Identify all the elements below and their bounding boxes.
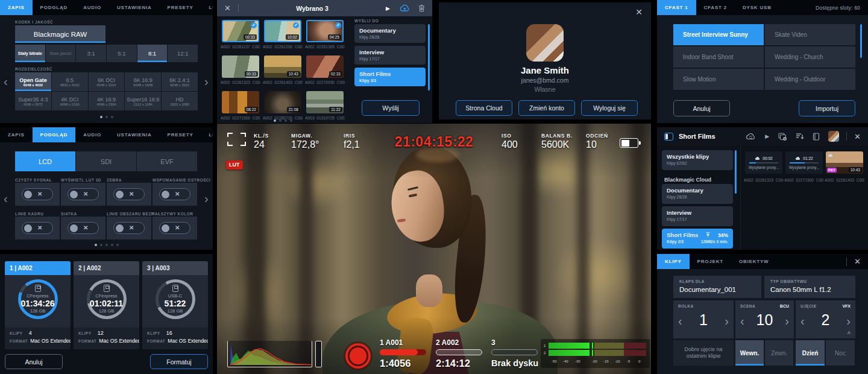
tab-presety[interactable]: PRESETY <box>160 0 201 15</box>
toggle-focus-assist[interactable]: ✕ <box>153 183 197 206</box>
dest-documentary[interactable]: Documentary Klipy 28/28 <box>354 24 426 43</box>
switch-account-button[interactable]: Zmień konto <box>518 100 575 116</box>
play-icon[interactable]: ▶ <box>765 133 769 139</box>
chevron-right-icon[interactable]: › <box>204 192 209 204</box>
tab-luty[interactable]: LUTY <box>201 0 213 15</box>
copy-clips-icon[interactable] <box>778 133 787 141</box>
toggle-zebra[interactable]: ✕ <box>107 183 151 206</box>
toggle-false-color[interactable]: ✕ <box>153 217 197 239</box>
fps-value[interactable]: 24 <box>254 139 265 150</box>
tab-podglad[interactable]: PODGLĄD <box>33 0 76 15</box>
cancel-button[interactable]: Anuluj <box>5 354 63 369</box>
clip-thumb[interactable]: 08:22 <box>222 91 259 113</box>
tab-ustawienia[interactable]: USTAWIENIA <box>109 127 160 142</box>
clip-thumb[interactable]: ✓00:33 <box>222 20 259 42</box>
journal-icon[interactable] <box>813 133 820 141</box>
preset-wedding-church[interactable]: Wedding - Church <box>765 46 855 68</box>
chevron-left-icon[interactable]: ‹ <box>4 192 8 204</box>
wb-value[interactable]: 5600K <box>541 139 569 150</box>
tab-podglad[interactable]: PODGLĄD <box>33 127 76 142</box>
tab-cfast1[interactable]: CFAST 1 <box>657 0 696 15</box>
slate-for-field[interactable]: KLAPS DLA Documentary_001 <box>673 276 761 298</box>
close-icon[interactable]: ✕ <box>224 4 231 12</box>
output-sdi[interactable]: SDI <box>76 151 136 171</box>
output-evf[interactable]: EVF <box>137 151 197 171</box>
res-open-gate[interactable]: Open Gate 6048 x 4032 <box>15 72 51 91</box>
dest-interview[interactable]: Interview Klipy 17/17 <box>354 46 426 65</box>
preset-slow-motion[interactable]: Slow Motion <box>673 69 764 90</box>
tab-ustawienia[interactable]: USTAWIENIA <box>109 0 160 15</box>
toggle-grid[interactable]: ✕ <box>61 217 105 239</box>
upload-thumb[interactable]: 01:22 Wysyłanie proxy... <box>785 151 823 174</box>
interior-button[interactable]: Wewn. <box>735 340 764 366</box>
tab-dysk-usb[interactable]: DYSK USB <box>735 0 779 15</box>
res-6k-dci[interactable]: 6K DCI 6048 x 3200 <box>89 72 125 91</box>
chevron-right-icon[interactable]: › <box>725 315 729 327</box>
cloud-all-clips[interactable]: Wszystkie klipy Klipy 62/62 <box>662 150 733 170</box>
cloud-folder-interview[interactable]: Interview Klipy 17/17 <box>662 206 733 226</box>
chevron-right-icon[interactable]: › <box>204 75 209 87</box>
preset-indoor-band[interactable]: Indoor Band Shoot <box>673 46 764 68</box>
frame-guides-icon[interactable] <box>227 132 247 147</box>
clip-thumb[interactable]: 00:33 <box>222 55 259 78</box>
cloud-upload-icon[interactable] <box>400 4 410 12</box>
toggle-safe-area[interactable]: ✕ <box>107 217 151 239</box>
clip-thumb[interactable]: ✓10:02 <box>264 20 301 42</box>
lens-type-field[interactable]: TYP OBIEKTYWU Canon 50mm L f1.2 <box>764 276 855 298</box>
res-6-5[interactable]: 6:5 4832 x 4032 <box>52 72 88 91</box>
tab-zapis[interactable]: ZAPIS <box>0 127 33 142</box>
page-dots[interactable] <box>0 244 213 246</box>
upload-thumb[interactable]: 00:02 Wysyłanie proxy... <box>745 151 782 174</box>
toggle-frame-guides[interactable]: ✕ <box>15 217 60 239</box>
play-icon[interactable]: ▶ <box>386 5 390 11</box>
scrollbar[interactable] <box>860 24 862 58</box>
tab-cfast2[interactable]: CFAST 2 <box>696 0 735 15</box>
quality-3-1[interactable]: 3:1 <box>76 45 106 62</box>
import-button[interactable]: Importuj <box>799 100 855 116</box>
clip-thumb[interactable]: 10:43 <box>264 55 301 78</box>
output-lcd[interactable]: LCD <box>15 151 75 171</box>
media-card-1[interactable]: 1 | A002 CFexpress 01:34:26 128 GB KLIPY… <box>5 261 71 349</box>
cloud-folder-documentary[interactable]: Documentary Klipy 28/28 <box>662 184 733 204</box>
close-icon[interactable]: ✕ <box>635 8 643 16</box>
chevron-right-icon[interactable]: › <box>785 315 789 327</box>
audio-meters[interactable]: 1 2 -50 -40 -30 -20 -15 -10 -5 0 <box>541 339 650 368</box>
quality-constant-quality[interactable]: Stała jakość <box>46 45 76 62</box>
close-icon[interactable]: ✕ <box>854 133 861 141</box>
scrollbar[interactable] <box>735 150 737 194</box>
panel-viewfinder[interactable]: KL./S 24 MIGAW. 172,8° IRIS f2,1 21:04:1… <box>217 124 651 374</box>
tab-obiektyw[interactable]: OBIEKTYW <box>731 254 777 269</box>
tab-luty[interactable]: LUTY <box>201 127 213 142</box>
close-icon[interactable]: ✕ <box>854 258 861 265</box>
trash-icon[interactable] <box>418 4 425 12</box>
clip-thumb[interactable]: ✓04:25 <box>306 20 344 42</box>
chevron-left-icon[interactable]: ‹ <box>4 75 8 87</box>
res-6k-241[interactable]: 6K 2.4:1 6048 x 2520 <box>162 72 198 91</box>
histogram[interactable] <box>227 341 312 367</box>
codec-button[interactable]: Blackmagic RAW <box>15 25 105 43</box>
dest-short-films[interactable]: Short Films Klipy 3/3 <box>354 68 426 86</box>
send-button[interactable]: Wyślij <box>362 100 420 116</box>
sort-icon[interactable] <box>796 133 804 140</box>
clip-thumb[interactable]: 02:33 <box>306 55 344 78</box>
res-s35-43[interactable]: Super35 4:3 4096 x 3072 <box>15 92 51 110</box>
timecode[interactable]: 21:04:15:22 <box>380 134 488 150</box>
exterior-button[interactable]: Zewn. <box>765 340 793 366</box>
format-button[interactable]: Formatuj <box>150 354 208 369</box>
toggle-lut3d[interactable]: ✕ <box>61 183 105 206</box>
cloud-sync-icon[interactable] <box>746 133 756 140</box>
shutter-value[interactable]: 172,8° <box>291 139 319 150</box>
chevron-right-icon[interactable]: › <box>846 315 851 327</box>
record-button[interactable] <box>345 343 371 369</box>
clip-thumb[interactable]: 21:08 <box>264 91 301 113</box>
scrollbar[interactable] <box>428 24 430 90</box>
tab-audio[interactable]: AUDIO <box>75 0 109 15</box>
scene-badge[interactable]: BCU <box>780 304 789 308</box>
exposure-slider[interactable] <box>315 341 322 367</box>
day-button[interactable]: Dzień <box>796 340 825 366</box>
media-card-3[interactable]: 3 | A003 USB-C 51:22 128 GB KLIPY16 FORM… <box>142 261 208 349</box>
res-hd[interactable]: HD 1920 x 1080 <box>162 92 198 110</box>
preset-skate-video[interactable]: Skate Video <box>765 24 855 45</box>
tab-zapis[interactable]: ZAPIS <box>0 0 33 15</box>
tab-klipy[interactable]: KLIPY <box>657 254 690 269</box>
